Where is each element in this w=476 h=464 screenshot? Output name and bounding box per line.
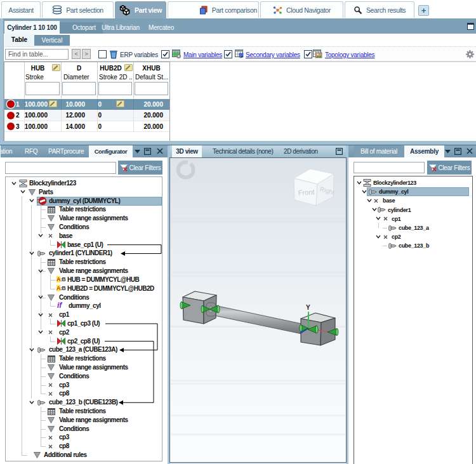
svg-text:Front: Front [298, 188, 314, 196]
svg-text:Y: Y [306, 304, 310, 311]
